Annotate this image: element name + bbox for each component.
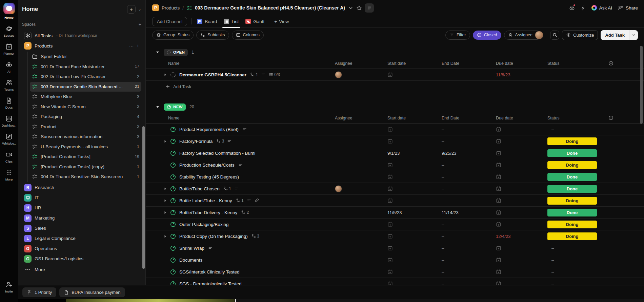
automation-bolt-icon[interactable] xyxy=(580,5,586,11)
sidebar-space-gs1barcodeslogistics[interactable]: GGS1 Barcodes/Logistics xyxy=(22,254,141,264)
task-row[interactable]: Bottle/Tube Delivery - Kenny211/5/2311/1… xyxy=(146,207,644,219)
task-name[interactable]: Bottle Label/Tube - Kenny xyxy=(179,198,232,203)
sidebar-list-item[interactable]: Product2 xyxy=(30,122,141,132)
task-row[interactable]: Factory/Formula3–Doing xyxy=(146,135,644,147)
end-date-empty[interactable]: – xyxy=(442,258,444,263)
start-date-value[interactable]: 9/1/23 xyxy=(387,151,400,156)
end-date-empty[interactable]: – xyxy=(442,234,444,239)
clock-icon[interactable] xyxy=(170,162,176,168)
rail-item-spaces[interactable]: Spaces xyxy=(4,25,15,37)
task-row[interactable]: Stability Testing (45 Degrees)–Done xyxy=(146,171,644,183)
watch-icon[interactable] xyxy=(569,5,575,11)
column-header-due-date[interactable]: Due date xyxy=(495,61,547,66)
calendar-add-icon[interactable] xyxy=(387,162,393,168)
assignee-filter-button[interactable]: Assignee xyxy=(504,31,542,40)
clock-icon[interactable] xyxy=(170,222,176,227)
sidebar-space-it[interactable]: IT xyxy=(22,193,141,203)
checklist-progress[interactable]: 0/3 xyxy=(269,72,280,77)
task-row[interactable]: Product Copy (On the Packaging)3–12/4/23… xyxy=(146,230,644,242)
end-date-empty[interactable]: – xyxy=(442,198,444,203)
task-row[interactable]: Bottle/Tube Chosen1–Done xyxy=(146,183,644,195)
task-name[interactable]: Factory/Formula xyxy=(179,139,213,144)
task-name[interactable]: Bottle/Tube Delivery - Kenny xyxy=(179,210,237,215)
start-date-value[interactable]: 11/5/23 xyxy=(387,210,402,215)
end-date-empty[interactable]: – xyxy=(442,72,444,77)
task-name[interactable]: Outer Packaging/Boxing xyxy=(179,222,229,227)
column-header-start-date[interactable]: Start date xyxy=(387,61,441,66)
task-name[interactable]: Bottle/Tube Chosen xyxy=(179,186,220,191)
calendar-add-icon[interactable] xyxy=(496,186,501,191)
calendar-add-icon[interactable] xyxy=(496,150,501,156)
subtasks-button[interactable]: Subtasks xyxy=(196,31,229,40)
status-empty[interactable]: – xyxy=(547,127,554,132)
paperclip-icon[interactable] xyxy=(254,198,259,203)
status-pill[interactable]: Doing xyxy=(547,137,597,145)
breadcrumb-project[interactable]: Products xyxy=(162,5,180,11)
sidebar-list-item[interactable]: Methylene Blue3 xyxy=(30,92,141,102)
title-chevron-down-icon[interactable] xyxy=(348,5,354,11)
column-header-end-date[interactable]: End Date xyxy=(441,61,495,66)
sidebar-space-hr[interactable]: HHR xyxy=(22,203,141,213)
rail-item-whitebo[interactable]: Whitebo.. xyxy=(2,133,16,145)
calendar-add-icon[interactable] xyxy=(496,127,501,132)
tab-list[interactable]: List xyxy=(222,16,240,27)
calendar-add-icon[interactable] xyxy=(496,198,501,203)
sidebar-list-item[interactable]: Packaging4 xyxy=(30,112,141,122)
status-pill[interactable]: Doing xyxy=(547,161,597,169)
add-column-icon[interactable] xyxy=(608,61,613,66)
sidebar-list-item[interactable]: 003 Dermacure Gentle Skin Balanced ...21 xyxy=(30,82,141,92)
task-name[interactable]: Stability Testing (45 Degrees) xyxy=(179,174,239,180)
add-channel-button[interactable]: Add Channel xyxy=(152,17,187,26)
due-date-value[interactable]: 12/4/23 xyxy=(496,234,510,239)
calendar-add-icon[interactable] xyxy=(387,222,393,227)
end-date-empty[interactable]: – xyxy=(442,269,444,275)
description-icon[interactable] xyxy=(234,186,239,191)
main-scrollbar[interactable] xyxy=(640,46,643,124)
status-empty[interactable]: – xyxy=(547,269,554,275)
column-header-assignee[interactable]: Assignee xyxy=(334,116,387,120)
priority-tray-item[interactable]: 1 Priority xyxy=(22,287,56,297)
task-row[interactable]: Factory Selected Confirmation - Bumi9/1/… xyxy=(146,147,644,159)
column-header-name[interactable]: Name xyxy=(146,116,334,120)
calendar-add-icon[interactable] xyxy=(387,174,393,180)
clock-icon[interactable] xyxy=(170,174,176,180)
share-button[interactable]: Share xyxy=(618,5,638,11)
clock-icon[interactable] xyxy=(170,233,176,239)
end-date-empty[interactable]: – xyxy=(442,139,444,144)
sidebar-collapse-chevron-icon[interactable]: ⌄ xyxy=(138,7,141,12)
clock-icon[interactable] xyxy=(170,210,176,215)
sidebar-add-button[interactable]: + xyxy=(127,5,136,14)
calendar-add-icon[interactable] xyxy=(496,257,501,263)
status-empty[interactable]: – xyxy=(547,258,554,263)
dashed-circle-icon[interactable] xyxy=(170,72,176,78)
column-header-due-date[interactable]: Due date xyxy=(495,116,547,120)
calendar-add-icon[interactable] xyxy=(387,233,393,239)
task-name[interactable]: SGS/Intertek Clinically Tested xyxy=(179,269,240,275)
assignee-avatar[interactable] xyxy=(335,71,342,78)
sidebar-list-item[interactable]: Sprint Folder xyxy=(30,52,141,62)
products-more-icon[interactable]: ⋯ xyxy=(129,43,134,49)
sidebar-space-operations[interactable]: OOperations xyxy=(22,244,141,254)
search-button[interactable] xyxy=(550,31,559,40)
expand-chevron-icon[interactable] xyxy=(163,187,170,191)
tab-board[interactable]: Board xyxy=(196,16,218,27)
description-notes-icon[interactable] xyxy=(365,3,374,13)
status-pill[interactable]: Done xyxy=(547,173,597,181)
group-status-badge[interactable]: NEW xyxy=(164,103,186,111)
column-header-assignee[interactable]: Assignee xyxy=(334,61,387,66)
end-date-empty[interactable]: – xyxy=(442,222,444,227)
column-header-status[interactable]: Status xyxy=(547,116,597,120)
closed-toggle[interactable]: Closed xyxy=(473,31,501,40)
task-name[interactable]: Factory Selected Confirmation - Bumi xyxy=(179,151,255,156)
task-row[interactable]: SGS/Intertek Clinically Tested–– xyxy=(146,266,644,278)
description-icon[interactable] xyxy=(242,127,247,132)
doc-tray-item[interactable]: BUPA Insurance paymen xyxy=(59,287,125,297)
columns-button[interactable]: Columns xyxy=(232,31,264,40)
end-date-empty[interactable]: – xyxy=(442,163,444,168)
clock-icon[interactable] xyxy=(170,245,176,251)
sidebar-list-item[interactable]: Sunscreen various information3 xyxy=(30,132,141,142)
status-pill[interactable]: Doing xyxy=(547,232,597,240)
end-date-empty[interactable]: – xyxy=(442,127,444,132)
sidebar-list-item[interactable]: U-Beauty Payments - all invoices1 xyxy=(30,142,141,152)
status-empty[interactable]: – xyxy=(547,72,554,77)
